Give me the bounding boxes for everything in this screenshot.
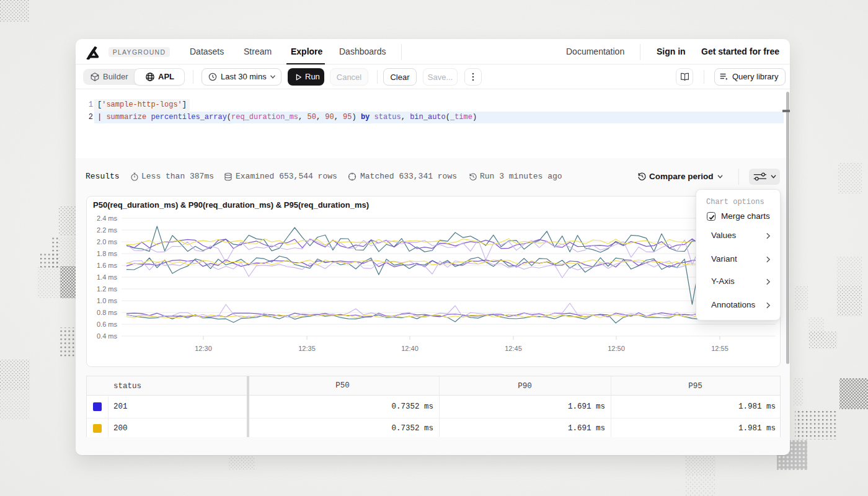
svg-text:1.2 ms: 1.2 ms — [97, 285, 118, 293]
svg-text:2.4 ms: 2.4 ms — [97, 215, 118, 222]
svg-text:12:35: 12:35 — [298, 345, 316, 352]
svg-text:0.4 ms: 0.4 ms — [97, 332, 118, 340]
svg-text:12:50: 12:50 — [608, 345, 625, 352]
svg-text:12:30: 12:30 — [195, 345, 212, 352]
svg-text:2.0 ms: 2.0 ms — [97, 238, 118, 246]
svg-text:1.8 ms: 1.8 ms — [97, 250, 118, 257]
svg-text:0.8 ms: 0.8 ms — [97, 309, 118, 316]
svg-text:2.2 ms: 2.2 ms — [97, 226, 118, 234]
svg-text:12:45: 12:45 — [505, 345, 522, 352]
svg-text:1.4 ms: 1.4 ms — [97, 273, 118, 281]
svg-text:0.6 ms: 0.6 ms — [97, 321, 118, 328]
svg-text:1.0 ms: 1.0 ms — [97, 297, 118, 304]
svg-text:12:40: 12:40 — [401, 345, 418, 352]
svg-text:12:55: 12:55 — [711, 345, 728, 352]
svg-text:1.6 ms: 1.6 ms — [97, 262, 118, 269]
